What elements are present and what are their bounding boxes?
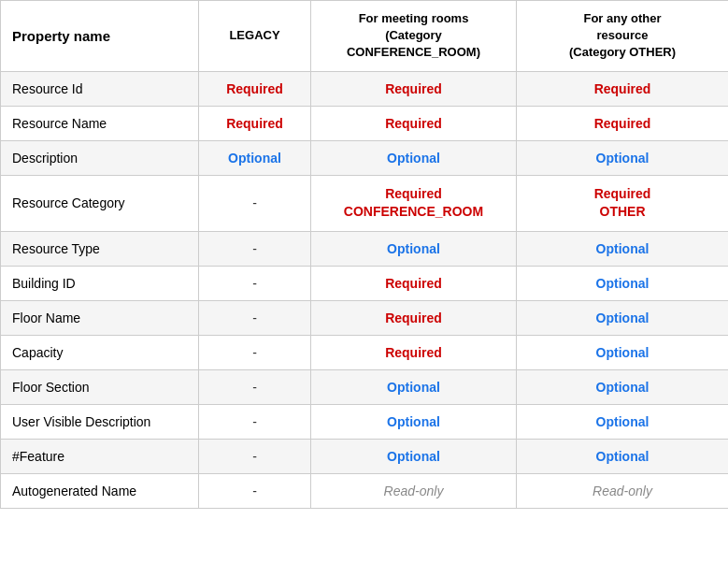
required-badge: Required [594,116,651,131]
property-name-cell: Resource Type [1,231,199,266]
dash-value: - [252,449,257,464]
dash-value: - [252,310,257,325]
table-row: Floor Name - Required Optional [1,300,729,335]
legacy-cell: - [199,439,311,473]
other-resource-cell: Optional [517,300,729,335]
meeting-room-cell: Optional [311,369,517,404]
optional-badge: Optional [596,380,649,395]
dash-value: - [252,241,257,256]
dash-value: - [252,414,257,429]
optional-badge: Optional [596,345,649,360]
other-resource-cell: Required [517,106,729,140]
table-row: Resource Name Required Required Required [1,106,729,140]
required-badge: Required [226,116,283,131]
other-resource-cell: Optional [517,266,729,300]
optional-badge: Optional [596,276,649,291]
table-row: Floor Section - Optional Optional [1,369,729,404]
property-name-cell: Resource Category [1,175,199,231]
other-resource-cell: Optional [517,404,729,439]
optional-badge: Optional [387,449,440,464]
table-row: Building ID - Required Optional [1,266,729,300]
legacy-cell: - [199,231,311,266]
meeting-room-cell: Required [311,71,517,106]
meeting-room-cell: Optional [311,439,517,473]
table-header-row: Property name LEGACY For meeting rooms(C… [1,1,729,72]
optional-badge: Optional [596,310,649,325]
table-row: #Feature - Optional Optional [1,439,729,473]
required-badge: Required [385,81,442,96]
other-resource-cell: Optional [517,231,729,266]
readonly-badge: Read-only [384,484,444,498]
optional-badge: Optional [228,151,281,166]
optional-badge: Optional [596,241,649,256]
other-resource-cell: RequiredOTHER [517,175,729,231]
table-row: User Visible Description - Optional Opti… [1,404,729,439]
optional-badge: Optional [387,414,440,429]
meeting-room-cell: Read-only [311,473,517,508]
optional-badge: Optional [387,241,440,256]
property-name-cell: Description [1,140,199,175]
other-resource-cell: Read-only [517,473,729,508]
other-resource-cell: Optional [517,439,729,473]
legacy-cell: - [199,300,311,335]
legacy-cell: Required [199,71,311,106]
meeting-room-cell: RequiredCONFERENCE_ROOM [311,175,517,231]
property-name-cell: Floor Section [1,369,199,404]
property-table: Property name LEGACY For meeting rooms(C… [0,0,728,509]
property-name-cell: #Feature [1,439,199,473]
property-name-cell: Resource Name [1,106,199,140]
dash-value: - [252,195,257,210]
optional-badge: Optional [596,414,649,429]
readonly-badge: Read-only [592,484,652,498]
table-row: Description Optional Optional Optional [1,140,729,175]
property-name-cell: Building ID [1,266,199,300]
legacy-cell: - [199,404,311,439]
other-resource-cell: Optional [517,140,729,175]
required-badge: Required [594,81,651,96]
meeting-room-cell: Optional [311,404,517,439]
table-row: Capacity - Required Optional [1,335,729,369]
optional-badge: Optional [596,449,649,464]
meeting-room-cell: Required [311,300,517,335]
dash-value: - [252,276,257,291]
meeting-room-cell: Optional [311,140,517,175]
property-name-cell: Resource Id [1,71,199,106]
required-badge: Required [226,81,283,96]
other-resource-cell: Optional [517,369,729,404]
other-resource-cell: Required [517,71,729,106]
header-other-resource: For any otherresource(Category OTHER) [517,1,729,72]
meeting-room-cell: Optional [311,231,517,266]
dash-value: - [252,380,257,395]
table-row: Autogenerated Name - Read-only Read-only [1,473,729,508]
property-name-cell: Capacity [1,335,199,369]
dash-value: - [252,484,257,498]
property-name-cell: Floor Name [1,300,199,335]
legacy-cell: - [199,335,311,369]
meeting-room-cell: Required [311,106,517,140]
header-meeting-rooms: For meeting rooms(CategoryCONFERENCE_ROO… [311,1,517,72]
optional-badge: Optional [387,380,440,395]
legacy-cell: - [199,266,311,300]
header-legacy: LEGACY [199,1,311,72]
meeting-room-cell: Required [311,335,517,369]
dash-value: - [252,345,257,360]
legacy-cell: Optional [199,140,311,175]
table-row: Resource Category - RequiredCONFERENCE_R… [1,175,729,231]
required-badge: Required [385,116,442,131]
legacy-cell: - [199,175,311,231]
property-name-cell: User Visible Description [1,404,199,439]
table-row: Resource Type - Optional Optional [1,231,729,266]
required-badge: Required [385,310,442,325]
required-badge: RequiredOTHER [594,186,651,220]
header-property-name: Property name [1,1,199,72]
meeting-room-cell: Required [311,266,517,300]
legacy-cell: Required [199,106,311,140]
optional-badge: Optional [596,151,649,166]
legacy-cell: - [199,473,311,508]
required-badge: Required [385,345,442,360]
required-badge: RequiredCONFERENCE_ROOM [344,186,483,220]
required-badge: Required [385,276,442,291]
optional-badge: Optional [387,151,440,166]
table-row: Resource Id Required Required Required [1,71,729,106]
other-resource-cell: Optional [517,335,729,369]
